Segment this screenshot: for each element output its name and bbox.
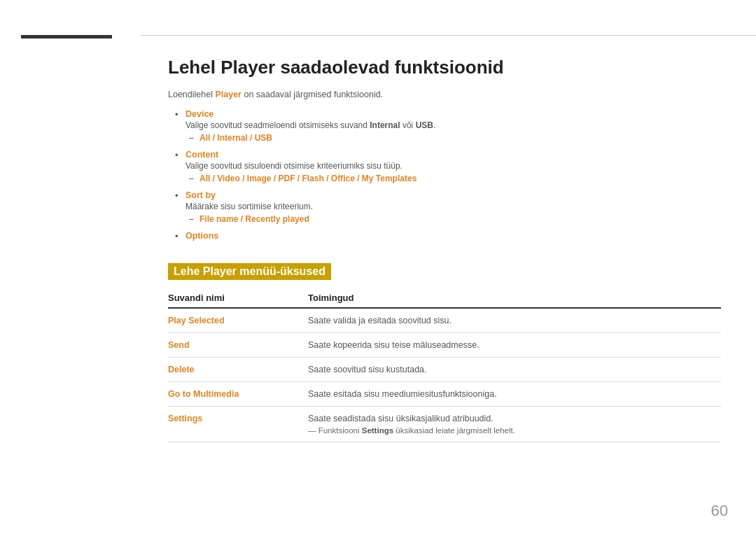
features-table: Suvandi nimi Toimingud Play Selected Saa… — [168, 293, 721, 442]
features-list: Device Valige soovitud seadmeloendi otsi… — [175, 109, 721, 241]
row-desc-multimedia: Saate esitada sisu meediumiesitusfunktsi… — [308, 389, 721, 399]
settings-note-prefix: Funktsiooni — [318, 426, 362, 435]
row-name-settings: Settings — [168, 414, 308, 423]
settings-note-bold: Settings — [362, 426, 393, 435]
device-title: Device — [186, 109, 721, 119]
table-row: Play Selected Saate valida ja esitada so… — [168, 309, 721, 333]
main-content: Lehel Player saadaolevad funktsioonid Lo… — [140, 35, 756, 534]
device-sub: All / Internal / USB — [186, 133, 721, 143]
intro-text-after: on saadaval järgmised funktsioonid. — [241, 90, 383, 99]
options-title: Options — [186, 231, 721, 241]
row-desc-send: Saate kopeerida sisu teise mäluseadmesse… — [308, 340, 721, 350]
sidebar-decoration — [21, 35, 112, 38]
sortby-title: Sort by — [186, 190, 721, 200]
device-desc-bold1: Internal — [370, 120, 400, 130]
list-item-options: Options — [175, 231, 721, 241]
page-number: 60 — [711, 502, 728, 520]
table-row: Settings Saate seadistada sisu üksikasja… — [168, 407, 721, 442]
col1-header: Suvandi nimi — [168, 293, 308, 303]
table-row: Delete Saate soovitud sisu kustutada. — [168, 358, 721, 382]
sidebar — [0, 0, 140, 534]
content-title: Content — [186, 150, 721, 160]
section2-heading: Lehe Player menüü-üksused — [168, 263, 331, 280]
row-desc-delete: Saate soovitud sisu kustutada. — [308, 365, 721, 374]
device-sub-text: All / Internal / USB — [200, 133, 272, 143]
row-name-delete: Delete — [168, 365, 308, 374]
row-name-send: Send — [168, 340, 308, 350]
device-desc-text: Valige soovitud seadmeloendi otsimiseks … — [186, 120, 370, 130]
table-row: Send Saate kopeerida sisu teise mälusead… — [168, 333, 721, 358]
row-name-multimedia: Go to Multimedia — [168, 389, 308, 399]
intro-paragraph: Loendilehel Player on saadaval järgmised… — [168, 90, 721, 99]
sortby-sub: File name / Recently played — [186, 214, 721, 224]
top-divider — [140, 35, 756, 36]
settings-note: Funktsiooni Settings üksikasiad leiate j… — [308, 426, 721, 435]
device-desc-bold2: USB — [416, 120, 433, 130]
col2-header: Toimingud — [308, 293, 721, 303]
intro-text-before: Loendilehel — [168, 90, 215, 99]
row-name-play-selected: Play Selected — [168, 316, 308, 325]
intro-player-word: Player — [215, 90, 241, 99]
sortby-desc: Määrake sisu sortimise kriteerium. — [186, 202, 721, 211]
row-desc-play-selected: Saate valida ja esitada soovitud sisu. — [308, 316, 721, 325]
settings-description: Saate seadistada sisu üksikasjalikud atr… — [308, 414, 721, 423]
settings-note-suffix: üksikasiad leiate järgmiselt lehelt. — [393, 426, 515, 435]
content-sub-text: All / Video / Image / PDF / Flash / Offi… — [200, 174, 416, 183]
device-desc-end: . — [433, 120, 435, 130]
page-title: Lehel Player saadaolevad funktsioonid — [168, 57, 721, 78]
list-item-sortby: Sort by Määrake sisu sortimise kriteeriu… — [175, 190, 721, 224]
content-sub: All / Video / Image / PDF / Flash / Offi… — [186, 174, 721, 183]
device-desc: Valige soovitud seadmeloendi otsimiseks … — [186, 120, 721, 130]
row-desc-settings: Saate seadistada sisu üksikasjalikud atr… — [308, 414, 721, 435]
device-desc-mid: või — [400, 120, 416, 130]
sortby-prefix: File name / — [200, 214, 245, 224]
table-row: Go to Multimedia Saate esitada sisu meed… — [168, 382, 721, 407]
sortby-highlight: Recently played — [245, 214, 309, 224]
list-item-content: Content Valige soovitud sisuloendi otsim… — [175, 150, 721, 183]
list-item-device: Device Valige soovitud seadmeloendi otsi… — [175, 109, 721, 143]
content-desc: Valige soovitud sisuloendi otsimise krit… — [186, 161, 721, 171]
table-header: Suvandi nimi Toimingud — [168, 293, 721, 309]
